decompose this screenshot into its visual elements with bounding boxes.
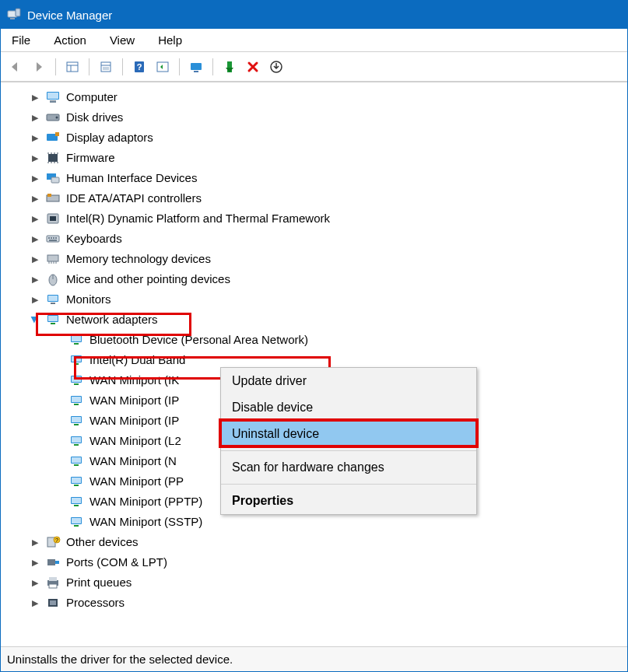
add-legacy-button[interactable] [219,57,240,77]
svg-rect-13 [191,63,202,70]
expander-icon[interactable]: ▶ [29,212,41,225]
svg-rect-38 [50,216,56,221]
context-scan-hardware[interactable]: Scan for hardware changes [221,454,476,481]
expander-spacer [52,354,65,366]
ports-icon [44,555,61,570]
properties-button[interactable] [96,57,116,77]
action-button[interactable] [153,57,173,77]
device-tree-pane[interactable]: ▶ Computer ▶ Disk drives ▶ Display adapt… [1,82,627,646]
other-devices-icon: ? [44,534,61,550]
menu-view[interactable]: View [103,32,141,48]
svg-text:?: ? [137,62,142,72]
back-button[interactable] [5,57,26,77]
toolbar-separator [55,58,56,75]
svg-rect-23 [55,132,59,136]
expander-icon[interactable]: ▶ [29,273,41,285]
tree-node-computer[interactable]: ▶ Computer [5,87,627,107]
node-label: WAN Miniport (IP [89,411,179,431]
svg-rect-36 [47,194,51,197]
svg-rect-24 [48,154,58,162]
chip-icon [44,211,61,226]
tree-node-firmware[interactable]: ▶ Firmware [5,148,627,168]
expander-icon[interactable]: ▶ [29,172,41,184]
tree-node-network-adapters[interactable]: ▶ Network adapters [5,310,627,330]
tree-node-ide[interactable]: ▶ IDE ATA/ATAPI controllers [5,188,627,208]
expander-spacer [52,495,65,508]
menu-help[interactable]: Help [152,32,188,48]
tree-node-print-queues[interactable]: ▶ Print queues [5,572,627,593]
expander-icon[interactable]: ▶ [29,152,41,164]
svg-rect-97 [50,600,56,605]
svg-rect-57 [51,323,55,324]
tree-node-memory-tech[interactable]: ▶ Memory technology devices [5,249,627,269]
app-icon [7,8,21,22]
node-label: Other devices [66,532,139,552]
expander-spacer [52,516,65,528]
expander-icon[interactable]: ▶ [29,536,41,548]
context-disable-device[interactable]: Disable device [221,394,476,421]
menu-action[interactable]: Action [47,32,93,48]
context-uninstall-device[interactable]: Uninstall device [221,421,476,447]
svg-point-21 [56,117,58,119]
svg-rect-94 [49,577,57,581]
network-adapter-icon [68,352,85,368]
update-driver-button[interactable] [266,57,286,77]
tree-node-disk-drives[interactable]: ▶ Disk drives [5,107,627,128]
scan-hardware-button[interactable] [186,57,206,77]
show-hide-tree-button[interactable] [62,57,82,77]
firmware-icon [44,150,61,166]
hid-icon [44,170,61,186]
svg-rect-54 [51,303,55,304]
expander-icon[interactable]: ▶ [29,131,41,144]
context-separator [221,450,476,451]
tree-node-intel-platform[interactable]: ▶ Intel(R) Dynamic Platform and Thermal … [5,208,627,229]
expander-icon[interactable]: ▶ [29,233,41,245]
expander-icon[interactable]: ▶ [29,313,41,326]
svg-rect-87 [74,525,79,527]
svg-rect-81 [74,485,79,486]
svg-rect-95 [49,584,57,588]
tree-node-processors[interactable]: ▶ Processors [5,593,627,613]
expander-icon[interactable]: ▶ [29,293,41,306]
expander-icon[interactable]: ▶ [29,192,41,205]
svg-rect-14 [194,71,198,72]
svg-rect-1 [10,18,15,19]
tree-node-monitors[interactable]: ▶ Monitors [5,289,627,310]
window-title: Device Manager [27,9,112,22]
disk-drive-icon [44,110,61,125]
menubar: File Action View Help [1,29,627,52]
expander-icon[interactable]: ▶ [29,576,41,589]
svg-rect-74 [72,437,81,443]
expander-icon[interactable]: ▶ [29,556,41,569]
network-adapter-icon [68,433,85,449]
uninstall-button[interactable] [243,57,263,77]
expander-icon[interactable]: ▶ [29,253,41,265]
expander-spacer [52,475,65,488]
forward-button[interactable] [29,57,49,77]
help-button[interactable]: ? [129,57,149,77]
tree-node-display-adaptors[interactable]: ▶ Display adaptors [5,128,627,148]
expander-spacer [52,374,65,387]
tree-node-mice[interactable]: ▶ Mice and other pointing devices [5,269,627,289]
tree-node-other-devices[interactable]: ▶ ? Other devices [5,532,627,552]
expander-icon[interactable]: ▶ [29,597,41,609]
node-label: WAN Miniport (N [89,451,177,471]
expander-icon[interactable]: ▶ [29,91,41,103]
expander-icon[interactable]: ▶ [29,111,41,124]
tree-node-ports[interactable]: ▶ Ports (COM & LPT) [5,552,627,572]
context-update-driver[interactable]: Update driver [221,368,476,394]
svg-rect-40 [48,237,50,239]
tree-node-keyboards[interactable]: ▶ Keyboards [5,229,627,249]
context-properties[interactable]: Properties [221,488,476,514]
node-label: Processors [66,593,125,613]
tree-node-bt-device[interactable]: Bluetooth Device (Personal Area Network) [5,330,627,350]
tree-node-hid[interactable]: ▶ Human Interface Devices [5,168,627,188]
network-adapter-icon [68,494,85,509]
processor-icon [44,595,61,611]
device-tree: ▶ Computer ▶ Disk drives ▶ Display adapt… [1,82,627,618]
svg-rect-77 [72,457,81,463]
svg-rect-80 [72,478,81,483]
menu-file[interactable]: File [5,32,37,48]
toolbar-separator [122,58,123,75]
node-label: Intel(R) Dual Band [89,350,185,370]
